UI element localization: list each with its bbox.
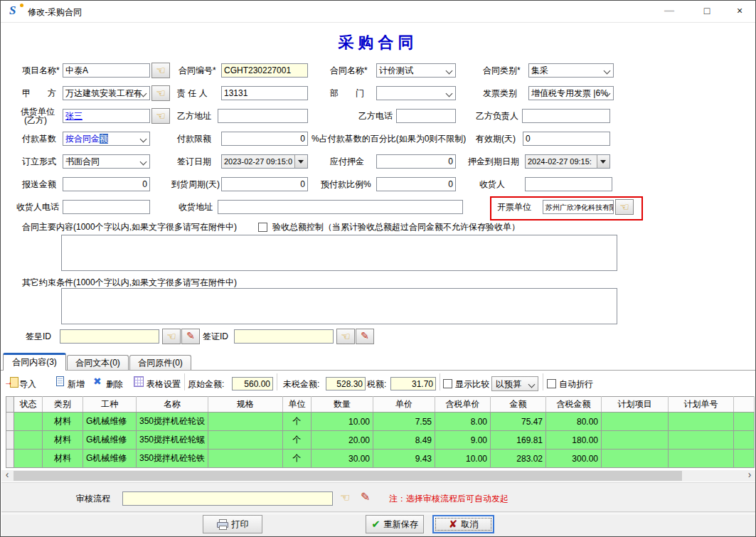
table-header-row: 状态 类别 工种 名称 规格 单位 数量 单价 含税单价 金额 含税金额 计划项… <box>6 397 755 413</box>
invoice-unit-lookup-button[interactable]: ☜ <box>615 199 634 215</box>
contract-name-combo[interactable]: 计价测试 <box>376 63 456 78</box>
hand-icon: ☜ <box>166 330 176 342</box>
party-a-combo[interactable]: 万达建筑安装工程有 <box>63 86 150 100</box>
title-bar: S 修改-采购合同 — □ × <box>1 1 755 23</box>
col-amount-taxed[interactable]: 含税金额 <box>546 397 602 413</box>
qianzheng-id-field[interactable] <box>234 329 334 344</box>
qianzheng-edit-button[interactable]: ✎ <box>356 329 374 344</box>
table-row[interactable]: 材料 G机械维修 350搅拌机砼轮铁 个 30.00 9.43 10.00 28… <box>6 450 755 468</box>
qianzheng-id-label: 签证ID <box>203 331 228 341</box>
app-icon: S <box>9 4 23 18</box>
col-qty[interactable]: 数量 <box>312 397 373 413</box>
party-a-lookup-button[interactable]: ☜ <box>151 85 170 101</box>
qiancheng-edit-button[interactable]: ✎ <box>181 329 200 344</box>
party-b-phone-field[interactable] <box>396 109 456 123</box>
tab-contract-original[interactable]: 合同原件(0) <box>129 355 191 371</box>
delete-button[interactable]: 删除 <box>106 378 123 390</box>
auto-wrap-checkbox[interactable] <box>547 379 556 388</box>
main-content-textarea[interactable] <box>61 235 617 271</box>
original-amount-field: 560.00 <box>232 377 273 390</box>
report-amount-field[interactable]: 0 <box>63 177 150 191</box>
tab-contract-text[interactable]: 合同文本(0) <box>67 355 129 371</box>
department-combo[interactable] <box>376 86 456 100</box>
col-amount[interactable]: 金额 <box>491 397 546 413</box>
grid-settings-button[interactable]: 表格设置 <box>147 378 181 390</box>
payment-limit-field[interactable]: 0 <box>221 132 308 146</box>
col-price-taxed[interactable]: 含税单价 <box>435 397 491 413</box>
col-status[interactable]: 状态 <box>14 397 43 413</box>
pen-icon: ✎ <box>361 330 369 341</box>
chevron-down-icon <box>528 381 536 388</box>
invoice-unit-field[interactable]: 苏州广欣净化科技有限 <box>543 200 614 214</box>
add-button[interactable]: 新增 <box>68 378 85 390</box>
valid-days-field[interactable]: 0 <box>523 132 610 146</box>
qiancheng-id-field[interactable] <box>60 329 159 344</box>
tab-contract-content[interactable]: 合同内容(3) <box>3 353 66 371</box>
col-category[interactable]: 类别 <box>43 397 83 413</box>
receive-address-field[interactable] <box>218 200 463 214</box>
toolbar-separator <box>277 373 277 390</box>
col-plan-no[interactable]: 计划单号 <box>669 397 734 413</box>
qiancheng-lookup-button[interactable]: ☜ <box>162 329 181 344</box>
qianzheng-lookup-button[interactable]: ☜ <box>336 329 355 344</box>
scrollbar-thumb[interactable] <box>14 471 682 481</box>
supplier-field[interactable]: 张三 <box>63 109 150 123</box>
contract-no-field[interactable]: CGHT230227001 <box>221 63 308 78</box>
grid-settings-icon <box>134 376 144 387</box>
workflow-edit-pen-icon[interactable]: ✎ <box>361 491 370 504</box>
party-b-address-field[interactable] <box>218 109 308 123</box>
sign-date-picker[interactable]: 2023-02-27 09:15:0 <box>221 154 308 169</box>
prepay-ratio-field[interactable]: 0 <box>376 177 456 191</box>
contract-type-combo[interactable]: 集采 <box>528 63 614 78</box>
maximize-button[interactable]: □ <box>691 1 723 21</box>
horizontal-scrollbar[interactable]: ‹ › <box>1 470 755 482</box>
col-price[interactable]: 单价 <box>373 397 435 413</box>
minimize-button[interactable]: — <box>654 1 685 21</box>
supplier-lookup-button[interactable]: ☜ <box>151 108 170 124</box>
deposit-field[interactable]: 0 <box>376 154 456 169</box>
delivery-cycle-field[interactable]: 0 <box>221 177 308 191</box>
responsible-field[interactable]: 13131 <box>221 86 308 100</box>
workflow-label: 审核流程 <box>76 494 110 504</box>
scroll-right-arrow[interactable]: › <box>744 470 755 482</box>
workflow-lookup-hand-icon[interactable]: ☜ <box>340 491 350 504</box>
close-button[interactable]: × <box>724 1 755 21</box>
party-b-contact-field[interactable] <box>522 109 610 123</box>
party-b-contact-label: 乙方负责人 <box>476 111 518 121</box>
show-compare-checkbox[interactable] <box>443 379 452 388</box>
col-worktype[interactable]: 工种 <box>83 397 137 413</box>
invoice-unit-label: 开票单位 <box>497 202 531 212</box>
deposit-label: 应付押金 <box>330 156 364 166</box>
col-spec[interactable]: 规格 <box>208 397 283 413</box>
payment-base-combo[interactable]: 按合同金额 <box>63 132 150 146</box>
project-lookup-button[interactable]: ☜ <box>151 63 170 78</box>
other-terms-label: 其它约束条件(1000个字以内,如果文字很多请写在附件中) <box>22 277 237 287</box>
invoice-type-combo[interactable]: 增值税专用发票 |6% <box>528 86 614 100</box>
deposit-due-picker[interactable]: 2024-02-27 09:15: <box>525 154 610 169</box>
receiver-phone-field[interactable] <box>63 200 150 214</box>
invoice-type-label: 发票类别 <box>483 88 517 98</box>
receiver-phone-label: 收货人电话 <box>16 202 59 212</box>
col-unit[interactable]: 单位 <box>283 397 312 413</box>
col-plan-project[interactable]: 计划项目 <box>602 397 669 413</box>
table-row[interactable]: 材料 G机械维修 350搅拌机砼轮螺 个 20.00 8.49 9.00 169… <box>6 431 755 450</box>
import-button[interactable]: 导入 <box>19 378 36 390</box>
project-name-field[interactable]: 中泰A <box>63 63 150 78</box>
supplier-label-line2: (乙方) <box>24 115 47 125</box>
hand-icon: ☜ <box>619 201 629 213</box>
compare-mode-combo[interactable]: 以预算 <box>491 376 538 391</box>
resave-button[interactable]: ✔ 重新保存 <box>366 515 424 533</box>
workflow-field[interactable] <box>122 491 333 506</box>
print-button[interactable]: 打印 <box>203 515 262 533</box>
calendar-dropdown-button[interactable] <box>294 155 307 168</box>
printer-icon <box>217 519 228 529</box>
other-terms-textarea[interactable] <box>61 288 617 324</box>
table-row[interactable]: 材料 G机械维修 350搅拌机砼轮设 个 10.00 7.55 8.00 75.… <box>6 413 755 431</box>
form-type-combo[interactable]: 书面合同 <box>63 154 150 169</box>
receiver-field[interactable] <box>525 177 612 191</box>
calendar-dropdown-button[interactable] <box>597 155 609 168</box>
cancel-button[interactable]: ✘ 取消 <box>432 515 494 533</box>
scroll-left-arrow[interactable]: ‹ <box>1 470 13 482</box>
col-name[interactable]: 名称 <box>137 397 208 413</box>
acceptance-total-checkbox[interactable] <box>258 223 267 232</box>
